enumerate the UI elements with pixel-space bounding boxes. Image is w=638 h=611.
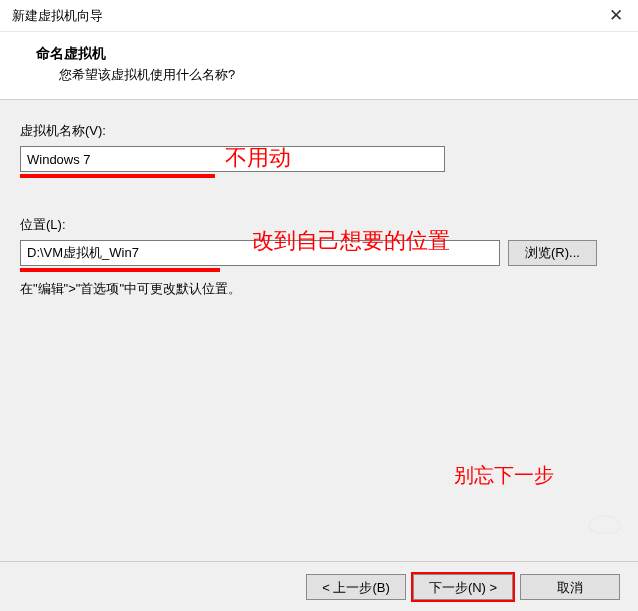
close-button[interactable]: ✕ bbox=[594, 0, 638, 32]
annotation-text-2: 改到自己想要的位置 bbox=[252, 226, 450, 256]
default-location-hint: 在"编辑">"首选项"中可更改默认位置。 bbox=[20, 280, 618, 298]
vm-name-label: 虚拟机名称(V): bbox=[20, 122, 618, 140]
window-title: 新建虚拟机向导 bbox=[12, 7, 103, 25]
watermark bbox=[586, 512, 628, 542]
wizard-header-title: 命名虚拟机 bbox=[24, 45, 614, 63]
annotation-underline-2 bbox=[20, 268, 220, 272]
browse-button[interactable]: 浏览(R)... bbox=[508, 240, 597, 266]
wizard-footer: < 上一步(B) 下一步(N) > 取消 bbox=[0, 561, 638, 611]
wizard-header: 命名虚拟机 您希望该虚拟机使用什么名称? bbox=[0, 32, 638, 100]
next-button[interactable]: 下一步(N) > bbox=[413, 574, 513, 600]
back-button[interactable]: < 上一步(B) bbox=[306, 574, 406, 600]
annotation-text-1: 不用动 bbox=[225, 143, 291, 173]
titlebar: 新建虚拟机向导 ✕ bbox=[0, 0, 638, 32]
cancel-button[interactable]: 取消 bbox=[520, 574, 620, 600]
wizard-content: 虚拟机名称(V): 不用动 位置(L): 浏览(R)... 改到自己想要的位置 … bbox=[0, 100, 638, 580]
close-icon: ✕ bbox=[609, 5, 623, 26]
annotation-text-3: 别忘下一步 bbox=[454, 462, 554, 489]
wizard-header-subtitle: 您希望该虚拟机使用什么名称? bbox=[24, 66, 614, 84]
